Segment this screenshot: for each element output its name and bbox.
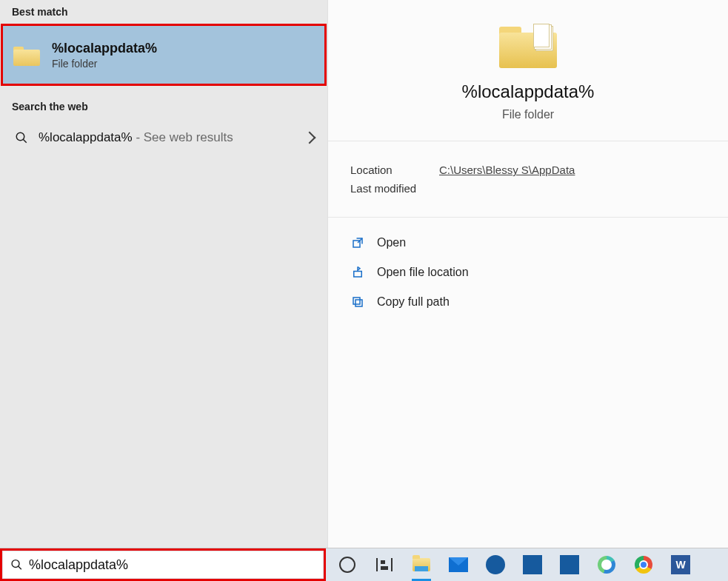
word-icon: W xyxy=(671,555,690,574)
app-button-1[interactable] xyxy=(521,554,544,576)
svg-line-8 xyxy=(19,566,21,569)
dell-app-button[interactable] xyxy=(484,554,507,576)
edge-button[interactable] xyxy=(595,554,618,576)
svg-rect-4 xyxy=(354,272,362,278)
results-column: Best match %localappdata% File folder Se… xyxy=(0,0,327,548)
folder-pages-icon xyxy=(533,24,550,47)
open-icon xyxy=(350,235,365,250)
preview-metadata: Location C:\Users\Blessy S\AppData Last … xyxy=(328,141,728,218)
location-icon xyxy=(350,265,365,280)
windows-search-panel: Best match %localappdata% File folder Se… xyxy=(0,0,728,548)
file-explorer-icon xyxy=(413,558,430,571)
best-match-title: %localappdata% xyxy=(52,41,157,56)
preview-actions: Open Open file location Copy full path xyxy=(328,218,728,327)
taskbar: W xyxy=(0,548,728,581)
task-view-icon xyxy=(376,558,393,571)
taskbar-icons: W xyxy=(336,554,692,576)
chevron-right-icon xyxy=(304,132,316,144)
svg-point-0 xyxy=(16,132,24,141)
app-icon xyxy=(560,555,579,574)
best-match-result[interactable]: %localappdata% File folder xyxy=(1,24,327,86)
circle-icon xyxy=(339,557,355,573)
folder-large-icon xyxy=(499,22,557,68)
dell-icon xyxy=(486,555,505,574)
svg-rect-5 xyxy=(355,300,362,306)
open-location-action[interactable]: Open file location xyxy=(346,258,710,287)
meta-location-key: Location xyxy=(350,164,439,176)
meta-location-row: Location C:\Users\Blessy S\AppData xyxy=(350,164,706,176)
preview-subtitle: File folder xyxy=(502,108,554,121)
preview-title: %localappdata% xyxy=(462,81,595,102)
search-icon xyxy=(10,558,23,571)
preview-column: %localappdata% File folder Location C:\U… xyxy=(327,0,728,548)
copy-icon xyxy=(350,295,365,309)
svg-point-7 xyxy=(12,560,19,568)
best-match-text: %localappdata% File folder xyxy=(52,41,157,70)
web-search-result[interactable]: %localappdata% - See web results xyxy=(0,118,327,157)
svg-line-1 xyxy=(23,139,27,143)
app-button-2[interactable] xyxy=(558,554,581,576)
cortana-button[interactable] xyxy=(336,554,358,576)
meta-location-value[interactable]: C:\Users\Blessy S\AppData xyxy=(439,164,575,176)
copy-path-label: Copy full path xyxy=(377,295,450,309)
meta-modified-row: Last modified xyxy=(350,182,706,195)
word-button[interactable]: W xyxy=(669,554,692,576)
file-explorer-button[interactable] xyxy=(410,554,433,576)
taskbar-search-wrap xyxy=(0,548,326,581)
app-icon xyxy=(523,555,542,574)
chrome-icon xyxy=(635,556,652,574)
search-icon xyxy=(15,131,28,144)
open-label: Open xyxy=(377,236,406,249)
taskbar-search-box[interactable] xyxy=(3,551,323,578)
best-match-subtitle: File folder xyxy=(52,58,157,70)
web-result-text: %localappdata% - See web results xyxy=(39,130,233,145)
meta-modified-key: Last modified xyxy=(350,182,439,195)
chrome-button[interactable] xyxy=(632,554,655,576)
mail-button[interactable] xyxy=(447,554,470,576)
svg-rect-6 xyxy=(353,298,360,304)
task-view-button[interactable] xyxy=(373,554,395,576)
search-web-header: Search the web xyxy=(0,95,327,118)
copy-path-action[interactable]: Copy full path xyxy=(346,287,710,317)
search-input[interactable] xyxy=(29,557,315,573)
edge-icon xyxy=(598,556,615,574)
mail-icon xyxy=(449,557,468,572)
best-match-header: Best match xyxy=(0,0,327,24)
open-action[interactable]: Open xyxy=(346,228,710,258)
folder-icon xyxy=(13,44,40,66)
preview-header: %localappdata% File folder xyxy=(328,0,728,141)
open-location-label: Open file location xyxy=(377,266,469,279)
